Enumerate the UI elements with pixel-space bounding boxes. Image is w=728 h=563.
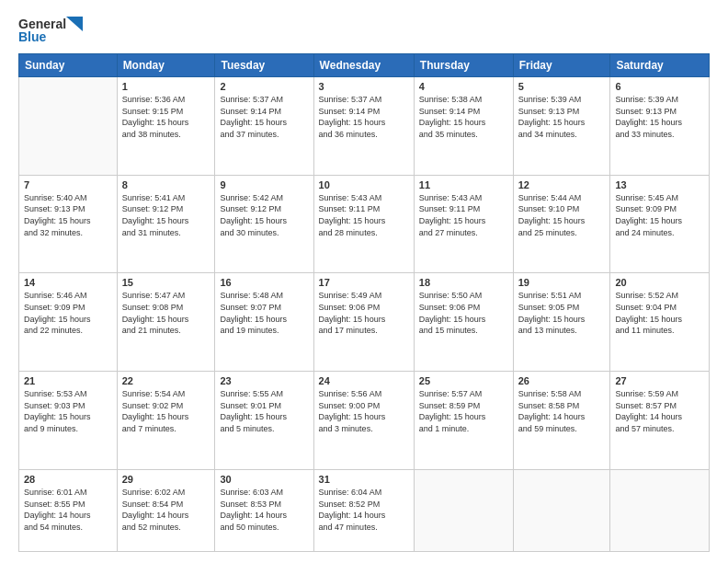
day-number: 31 (319, 474, 409, 485)
header-cell-sunday: Sunday (19, 54, 118, 77)
day-number: 14 (24, 277, 112, 288)
day-info: Sunrise: 5:37 AMSunset: 9:14 PMDaylight:… (220, 94, 308, 140)
day-number: 7 (24, 179, 112, 190)
day-cell: 11Sunrise: 5:43 AMSunset: 9:11 PMDayligh… (414, 175, 513, 273)
week-row-4: 21Sunrise: 5:53 AMSunset: 9:03 PMDayligh… (19, 372, 710, 470)
day-cell: 20Sunrise: 5:52 AMSunset: 9:04 PMDayligh… (610, 273, 710, 372)
day-cell: 22Sunrise: 5:54 AMSunset: 9:02 PMDayligh… (117, 372, 215, 470)
day-cell: 14Sunrise: 5:46 AMSunset: 9:09 PMDayligh… (19, 273, 118, 372)
header-cell-monday: Monday (117, 54, 215, 77)
day-number: 28 (24, 474, 112, 485)
week-row-5: 28Sunrise: 6:01 AMSunset: 8:55 PMDayligh… (19, 469, 710, 551)
day-number: 12 (518, 179, 606, 190)
page: General Blue SundayMondayTuesdayWednesda… (0, 0, 728, 563)
day-info: Sunrise: 5:38 AMSunset: 9:14 PMDaylight:… (419, 94, 508, 140)
day-cell (513, 469, 610, 551)
week-row-2: 7Sunrise: 5:40 AMSunset: 9:13 PMDaylight… (19, 175, 710, 273)
day-number: 29 (122, 474, 210, 485)
day-info: Sunrise: 5:43 AMSunset: 9:11 PMDaylight:… (419, 192, 508, 238)
day-cell: 28Sunrise: 6:01 AMSunset: 8:55 PMDayligh… (19, 469, 118, 551)
header-cell-tuesday: Tuesday (215, 54, 313, 77)
day-number: 6 (615, 81, 704, 92)
header-row: SundayMondayTuesdayWednesdayThursdayFrid… (19, 54, 710, 77)
day-info: Sunrise: 5:43 AMSunset: 9:11 PMDaylight:… (319, 192, 409, 238)
logo: General Blue (18, 17, 83, 44)
day-cell: 17Sunrise: 5:49 AMSunset: 9:06 PMDayligh… (313, 273, 414, 372)
day-number: 2 (220, 81, 308, 92)
day-cell: 8Sunrise: 5:41 AMSunset: 9:12 PMDaylight… (117, 175, 215, 273)
day-info: Sunrise: 5:39 AMSunset: 9:13 PMDaylight:… (518, 94, 606, 140)
day-info: Sunrise: 5:59 AMSunset: 8:57 PMDaylight:… (615, 388, 704, 434)
day-info: Sunrise: 5:55 AMSunset: 9:01 PMDaylight:… (220, 388, 308, 434)
day-cell: 7Sunrise: 5:40 AMSunset: 9:13 PMDaylight… (19, 175, 118, 273)
day-cell: 31Sunrise: 6:04 AMSunset: 8:52 PMDayligh… (313, 469, 414, 551)
day-number: 20 (615, 277, 704, 288)
week-row-1: 1Sunrise: 5:36 AMSunset: 9:15 PMDaylight… (19, 77, 710, 176)
day-cell: 9Sunrise: 5:42 AMSunset: 9:12 PMDaylight… (215, 175, 313, 273)
day-number: 24 (319, 375, 409, 386)
day-info: Sunrise: 5:41 AMSunset: 9:12 PMDaylight:… (122, 192, 210, 238)
day-cell: 24Sunrise: 5:56 AMSunset: 9:00 PMDayligh… (313, 372, 414, 470)
day-number: 17 (319, 277, 409, 288)
svg-marker-0 (66, 17, 83, 31)
day-info: Sunrise: 6:01 AMSunset: 8:55 PMDaylight:… (24, 487, 112, 533)
day-number: 11 (419, 179, 508, 190)
header-cell-saturday: Saturday (610, 54, 710, 77)
day-number: 15 (122, 277, 210, 288)
day-cell: 2Sunrise: 5:37 AMSunset: 9:14 PMDaylight… (215, 77, 313, 176)
day-number: 5 (518, 81, 606, 92)
day-info: Sunrise: 5:40 AMSunset: 9:13 PMDaylight:… (24, 192, 112, 238)
day-cell: 25Sunrise: 5:57 AMSunset: 8:59 PMDayligh… (414, 372, 513, 470)
day-cell (414, 469, 513, 551)
day-info: Sunrise: 6:04 AMSunset: 8:52 PMDaylight:… (319, 487, 409, 533)
week-row-3: 14Sunrise: 5:46 AMSunset: 9:09 PMDayligh… (19, 273, 710, 372)
day-number: 25 (419, 375, 508, 386)
day-cell (19, 77, 118, 176)
day-info: Sunrise: 5:44 AMSunset: 9:10 PMDaylight:… (518, 192, 606, 238)
day-info: Sunrise: 5:46 AMSunset: 9:09 PMDaylight:… (24, 290, 112, 336)
header-cell-wednesday: Wednesday (313, 54, 414, 77)
day-info: Sunrise: 5:51 AMSunset: 9:05 PMDaylight:… (518, 290, 606, 336)
day-cell: 12Sunrise: 5:44 AMSunset: 9:10 PMDayligh… (513, 175, 610, 273)
day-number: 4 (419, 81, 508, 92)
header-cell-thursday: Thursday (414, 54, 513, 77)
day-info: Sunrise: 5:42 AMSunset: 9:12 PMDaylight:… (220, 192, 308, 238)
day-info: Sunrise: 5:57 AMSunset: 8:59 PMDaylight:… (419, 388, 508, 434)
day-cell (610, 469, 710, 551)
day-cell: 27Sunrise: 5:59 AMSunset: 8:57 PMDayligh… (610, 372, 710, 470)
day-cell: 13Sunrise: 5:45 AMSunset: 9:09 PMDayligh… (610, 175, 710, 273)
day-number: 3 (319, 81, 409, 92)
day-info: Sunrise: 5:54 AMSunset: 9:02 PMDaylight:… (122, 388, 210, 434)
day-info: Sunrise: 5:37 AMSunset: 9:14 PMDaylight:… (319, 94, 409, 140)
day-number: 26 (518, 375, 606, 386)
day-number: 13 (615, 179, 704, 190)
day-info: Sunrise: 5:39 AMSunset: 9:13 PMDaylight:… (615, 94, 704, 140)
day-info: Sunrise: 5:48 AMSunset: 9:07 PMDaylight:… (220, 290, 308, 336)
day-info: Sunrise: 5:50 AMSunset: 9:06 PMDaylight:… (419, 290, 508, 336)
day-cell: 16Sunrise: 5:48 AMSunset: 9:07 PMDayligh… (215, 273, 313, 372)
header: General Blue (18, 17, 710, 44)
day-cell: 6Sunrise: 5:39 AMSunset: 9:13 PMDaylight… (610, 77, 710, 176)
day-info: Sunrise: 5:56 AMSunset: 9:00 PMDaylight:… (319, 388, 409, 434)
day-info: Sunrise: 5:47 AMSunset: 9:08 PMDaylight:… (122, 290, 210, 336)
day-number: 22 (122, 375, 210, 386)
day-info: Sunrise: 6:03 AMSunset: 8:53 PMDaylight:… (220, 487, 308, 533)
day-cell: 5Sunrise: 5:39 AMSunset: 9:13 PMDaylight… (513, 77, 610, 176)
day-number: 16 (220, 277, 308, 288)
day-cell: 18Sunrise: 5:50 AMSunset: 9:06 PMDayligh… (414, 273, 513, 372)
logo-blue: Blue (18, 29, 46, 44)
day-cell: 29Sunrise: 6:02 AMSunset: 8:54 PMDayligh… (117, 469, 215, 551)
day-number: 19 (518, 277, 606, 288)
day-number: 18 (419, 277, 508, 288)
day-info: Sunrise: 5:52 AMSunset: 9:04 PMDaylight:… (615, 290, 704, 336)
day-number: 23 (220, 375, 308, 386)
day-number: 10 (319, 179, 409, 190)
day-cell: 3Sunrise: 5:37 AMSunset: 9:14 PMDaylight… (313, 77, 414, 176)
day-number: 8 (122, 179, 210, 190)
day-cell: 30Sunrise: 6:03 AMSunset: 8:53 PMDayligh… (215, 469, 313, 551)
day-info: Sunrise: 5:58 AMSunset: 8:58 PMDaylight:… (518, 388, 606, 434)
day-cell: 21Sunrise: 5:53 AMSunset: 9:03 PMDayligh… (19, 372, 118, 470)
day-number: 30 (220, 474, 308, 485)
day-cell: 23Sunrise: 5:55 AMSunset: 9:01 PMDayligh… (215, 372, 313, 470)
day-info: Sunrise: 5:36 AMSunset: 9:15 PMDaylight:… (122, 94, 210, 140)
